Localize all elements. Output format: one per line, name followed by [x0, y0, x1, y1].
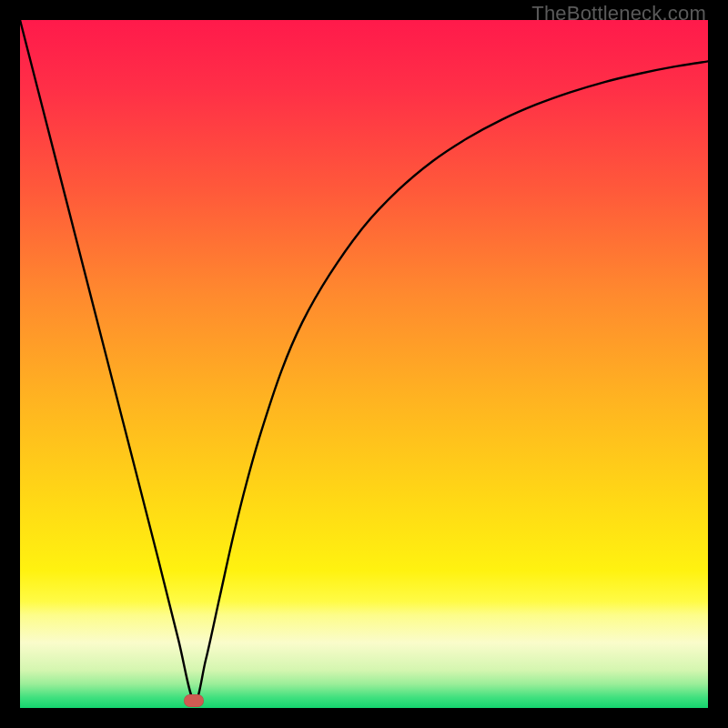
min-point-marker	[184, 694, 204, 707]
plot-area	[20, 20, 708, 708]
watermark-text: TheBottleneck.com	[531, 2, 706, 25]
bottleneck-curve	[20, 20, 708, 708]
chart-frame: TheBottleneck.com	[0, 0, 728, 728]
